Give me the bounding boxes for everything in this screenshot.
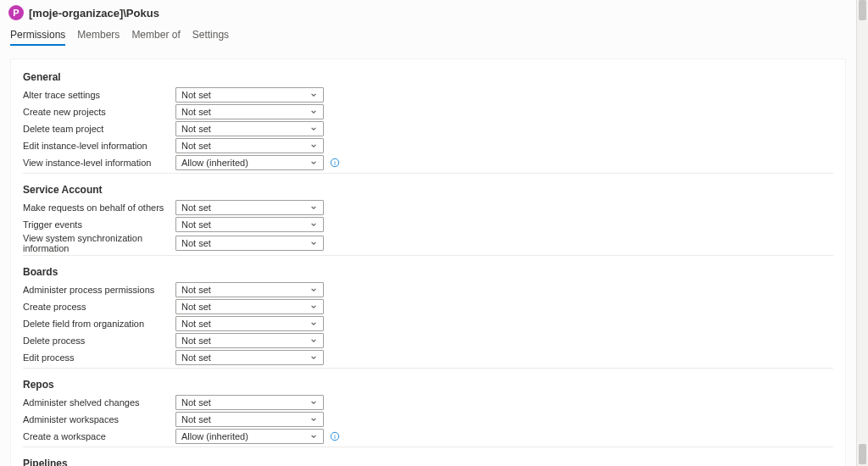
permission-select[interactable]: Allow (inherited) [175, 429, 324, 444]
chevron-down-icon [309, 108, 318, 116]
chevron-down-icon [309, 203, 318, 212]
permission-label: Alter trace settings [23, 90, 175, 100]
permission-row: Edit processNot set [23, 349, 833, 366]
permission-label: Administer process permissions [23, 285, 175, 295]
permission-select[interactable]: Not set [175, 316, 324, 331]
page-header: P [moje-organizace]\Pokus [0, 0, 856, 22]
permission-select-value: Not set [181, 285, 211, 295]
permission-select-value: Not set [181, 219, 211, 230]
scrollbar-track[interactable] [856, 0, 868, 466]
tab-member-of[interactable]: Member of [131, 25, 180, 46]
chevron-down-icon [309, 141, 318, 150]
permission-row: Make requests on behalf of othersNot set [23, 199, 833, 216]
permission-select-value: Not set [181, 302, 211, 312]
group-header: General [11, 68, 845, 86]
permission-select-value: Not set [181, 397, 211, 408]
permission-select[interactable]: Not set [175, 282, 324, 297]
permission-select[interactable]: Allow (inherited) [175, 155, 324, 170]
permission-row: Delete field from organizationNot set [23, 315, 833, 332]
permission-row: Trigger eventsNot set [23, 216, 833, 233]
avatar: P [8, 5, 24, 20]
permission-row: Create a workspaceAllow (inherited)i [23, 428, 833, 445]
permission-label: Create process [23, 302, 175, 312]
permissions-card: GeneralAlter trace settingsNot setCreate… [10, 58, 846, 466]
chevron-down-icon [309, 398, 318, 407]
permission-row: Create new projectsNot set [23, 103, 833, 120]
permission-select[interactable]: Not set [175, 104, 324, 119]
group-rows: Administer process permissionsNot setCre… [23, 281, 833, 369]
svg-text:i: i [334, 160, 336, 166]
group-header: Pipelines [11, 454, 845, 466]
permission-row: Administer shelved changesNot set [23, 394, 833, 411]
chevron-down-icon [309, 220, 318, 229]
permission-label: View instance-level information [23, 158, 175, 168]
permission-select[interactable]: Not set [175, 87, 324, 103]
group-rows: Make requests on behalf of othersNot set… [23, 199, 833, 256]
permission-select[interactable]: Not set [175, 200, 324, 215]
permission-label: Trigger events [23, 219, 175, 230]
permission-select-value: Allow (inherited) [181, 431, 248, 441]
permission-label: Create new projects [23, 107, 175, 117]
permission-select[interactable]: Not set [175, 121, 324, 136]
chevron-down-icon [309, 125, 318, 133]
permission-row: Delete team projectNot set [23, 120, 833, 137]
group-header: Boards [11, 263, 845, 281]
group-pipelines: PipelinesAdminister build resource permi… [11, 452, 845, 466]
permission-label: Administer shelved changes [23, 397, 175, 408]
permission-row: Administer process permissionsNot set [23, 281, 833, 298]
chevron-down-icon [309, 158, 318, 167]
chevron-down-icon [309, 302, 318, 311]
permission-select[interactable]: Not set [175, 333, 324, 348]
permission-label: Edit process [23, 352, 175, 363]
permission-label: View system synchronization information [23, 233, 175, 253]
permission-select[interactable]: Not set [175, 412, 324, 427]
permission-select-value: Not set [181, 352, 211, 363]
chevron-down-icon [309, 336, 318, 345]
permission-select-value: Not set [181, 124, 211, 134]
permission-label: Delete team project [23, 124, 175, 134]
permission-label: Create a workspace [23, 431, 175, 441]
chevron-down-icon [309, 319, 318, 328]
page-title: [moje-organizace]\Pokus [29, 7, 159, 19]
permission-label: Make requests on behalf of others [23, 202, 175, 213]
permission-select[interactable]: Not set [175, 395, 324, 410]
permission-label: Edit instance-level information [23, 141, 175, 151]
permission-row: Delete processNot set [23, 332, 833, 349]
svg-text:i: i [334, 434, 336, 440]
info-icon[interactable]: i [329, 157, 341, 169]
group-boards: BoardsAdminister process permissionsNot … [11, 261, 845, 374]
chevron-down-icon [309, 239, 318, 247]
permission-select-value: Not set [181, 90, 211, 100]
tab-members[interactable]: Members [77, 25, 120, 46]
chevron-down-icon [309, 353, 318, 362]
group-header: Service Account [11, 180, 845, 199]
permission-select[interactable]: Not set [175, 138, 324, 153]
chevron-down-icon [309, 286, 318, 294]
permission-select-value: Not set [181, 319, 211, 329]
group-header: Repos [11, 375, 845, 394]
avatar-letter: P [13, 8, 19, 18]
scrollbar-thumb[interactable] [859, 0, 866, 20]
permission-label: Administer workspaces [23, 414, 175, 424]
permission-row: View instance-level informationAllow (in… [23, 154, 833, 171]
permission-label: Delete field from organization [23, 319, 175, 329]
tab-permissions[interactable]: Permissions [10, 25, 65, 46]
permission-select-value: Not set [181, 141, 211, 151]
permission-select[interactable]: Not set [175, 236, 324, 251]
chevron-down-icon [309, 91, 318, 99]
permission-select-value: Not set [181, 238, 211, 248]
group-service-account: Service AccountMake requests on behalf o… [11, 179, 845, 261]
chevron-down-icon [309, 432, 318, 441]
tab-settings[interactable]: Settings [192, 25, 229, 46]
permission-label: Delete process [23, 336, 175, 346]
permission-select[interactable]: Not set [175, 350, 324, 365]
permission-select-value: Not set [181, 202, 211, 213]
permission-row: Alter trace settingsNot set [23, 86, 833, 103]
info-icon[interactable]: i [329, 430, 341, 442]
permission-row: Create processNot set [23, 298, 833, 315]
permission-select[interactable]: Not set [175, 217, 324, 232]
scrollbar-thumb[interactable] [859, 444, 866, 464]
permission-select[interactable]: Not set [175, 299, 324, 314]
permission-select-value: Allow (inherited) [181, 158, 248, 168]
chevron-down-icon [309, 415, 318, 424]
